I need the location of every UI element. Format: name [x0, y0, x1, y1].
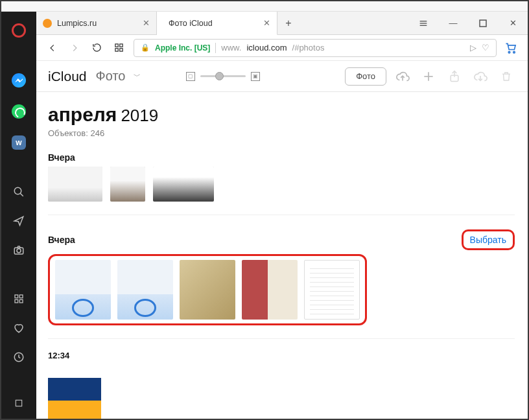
app-toolbar: iCloud Фото ﹀ ▢ ▣ Фото	[36, 61, 528, 92]
tab-label: Фото iCloud	[169, 19, 213, 28]
svg-rect-6	[15, 299, 18, 303]
url-domain: icloud.com	[246, 43, 287, 52]
photo-content: апреля2019 Объектов: 246 Вчера	[36, 92, 528, 419]
forward-button[interactable]	[67, 41, 82, 55]
minimize-button[interactable]: —	[438, 12, 468, 34]
svg-line-1	[20, 193, 23, 196]
svg-rect-5	[19, 295, 23, 298]
section-title: Вчера	[48, 152, 75, 163]
zoom-large-icon: ▣	[251, 72, 260, 81]
lock-icon: 🔒	[141, 43, 150, 52]
photo-thumb[interactable]	[242, 260, 298, 320]
thumbnail-size-slider[interactable]: ▢ ▣	[186, 72, 260, 81]
svg-point-18	[508, 51, 510, 53]
photo-thumb[interactable]	[48, 364, 101, 419]
svg-point-3	[17, 249, 21, 253]
vk-icon[interactable]: w	[11, 135, 27, 150]
section-time: 12:34	[48, 351, 515, 360]
svg-rect-15	[119, 44, 122, 47]
whatsapp-icon[interactable]	[11, 104, 27, 119]
photo-thumb[interactable]	[153, 167, 214, 202]
lumpics-favicon-icon	[43, 19, 52, 28]
address-bar: 🔒 Apple Inc. [US] www.icloud.com/#photos…	[36, 35, 528, 61]
svg-rect-13	[480, 20, 486, 27]
thumbnail-row	[48, 167, 515, 202]
reload-button[interactable]	[89, 41, 104, 55]
new-tab-button[interactable]: +	[277, 12, 300, 34]
month-heading: апреля	[48, 104, 117, 125]
back-button[interactable]	[45, 41, 60, 55]
opera-sidebar: w	[1, 12, 36, 419]
url-host: www.	[221, 43, 241, 52]
tab-icloud-photo[interactable]: Фото iCloud ✕	[157, 12, 277, 35]
highlight-select: Выбрать	[462, 229, 515, 250]
section-label[interactable]: Фото	[96, 69, 126, 84]
slider-track[interactable]	[200, 75, 246, 77]
tab-lumpics[interactable]: Lumpics.ru ✕	[36, 12, 157, 34]
ev-cert-badge: Apple Inc. [US]	[155, 43, 210, 52]
send-icon[interactable]	[11, 215, 27, 228]
send-page-icon[interactable]: ▷	[470, 43, 476, 52]
svg-rect-7	[19, 299, 23, 303]
photo-thumb[interactable]	[180, 260, 235, 320]
cart-icon[interactable]	[504, 41, 519, 54]
year-heading: 2019	[121, 106, 158, 125]
add-button[interactable]	[419, 67, 438, 86]
tab-bar: Lumpics.ru ✕ Фото iCloud ✕ + — ✕	[36, 12, 528, 35]
slider-thumb[interactable]	[215, 72, 224, 80]
heart-icon[interactable]	[11, 321, 27, 334]
os-menubar	[1, 1, 528, 12]
select-button[interactable]: Выбрать	[470, 235, 506, 245]
speed-dial-button[interactable]	[112, 41, 126, 55]
opera-logo-icon[interactable]	[11, 23, 27, 38]
svg-rect-9	[16, 401, 21, 406]
clock-icon[interactable]	[11, 351, 27, 364]
photo-thumb[interactable]	[48, 167, 102, 202]
svg-rect-16	[115, 49, 117, 51]
photo-thumb[interactable]	[55, 260, 111, 320]
close-window-button[interactable]: ✕	[498, 12, 528, 34]
tab-label: Lumpics.ru	[57, 19, 97, 28]
maximize-button[interactable]	[468, 12, 498, 34]
svg-rect-17	[119, 49, 122, 51]
easy-setup-icon[interactable]	[408, 12, 438, 34]
url-path: /#photos	[292, 43, 325, 52]
apps-grid-icon[interactable]	[11, 292, 27, 305]
photo-thumb[interactable]	[304, 260, 360, 320]
svg-point-0	[14, 187, 21, 194]
camera-icon[interactable]	[11, 244, 27, 257]
photo-thumb[interactable]	[110, 167, 145, 202]
svg-rect-4	[15, 295, 18, 298]
chevron-down-icon[interactable]: ﹀	[134, 71, 141, 81]
trash-icon[interactable]	[497, 67, 516, 86]
close-icon[interactable]: ✕	[263, 18, 270, 28]
upload-cloud-icon[interactable]	[393, 67, 412, 86]
photo-filter-button[interactable]: Фото	[345, 67, 386, 86]
collapse-icon[interactable]	[11, 397, 27, 410]
photo-thumb[interactable]	[117, 260, 173, 320]
zoom-small-icon: ▢	[186, 72, 195, 81]
share-icon[interactable]	[445, 67, 464, 86]
messenger-icon[interactable]	[11, 73, 27, 88]
highlight-photos	[48, 254, 367, 325]
section-title: Вчера	[48, 235, 75, 245]
object-count: Объектов: 246	[48, 128, 515, 138]
svg-rect-14	[115, 44, 117, 47]
download-cloud-icon[interactable]	[471, 67, 490, 86]
bookmark-icon[interactable]: ♡	[482, 43, 489, 52]
svg-point-19	[513, 51, 515, 53]
search-icon[interactable]	[11, 185, 27, 198]
close-icon[interactable]: ✕	[143, 18, 150, 28]
brand-label: iCloud	[48, 69, 87, 84]
url-field[interactable]: 🔒 Apple Inc. [US] www.icloud.com/#photos…	[134, 39, 497, 57]
